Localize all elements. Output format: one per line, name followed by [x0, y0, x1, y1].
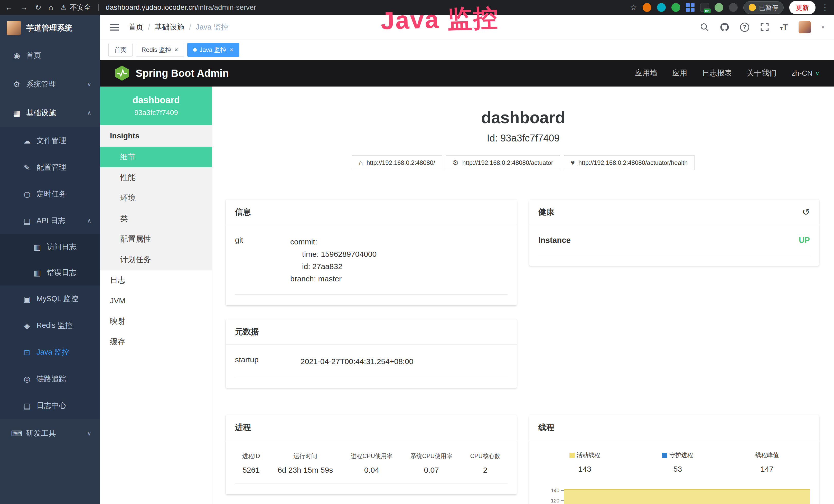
- breadcrumb-home[interactable]: 首页: [128, 22, 143, 32]
- sidebar-item-api-log[interactable]: ▤API 日志∧: [0, 207, 100, 234]
- tab-java-monitor[interactable]: Java 监控×: [187, 43, 239, 57]
- history-icon[interactable]: ↺: [802, 207, 810, 217]
- menu-item-jvm[interactable]: JVM: [100, 290, 212, 311]
- breadcrumb: 首页 / 基础设施 / Java 监控: [128, 22, 228, 32]
- extension-icon[interactable]: [715, 3, 723, 12]
- actuator-url-button[interactable]: ⚙http://192.168.0.2:48080/actuator: [446, 155, 560, 170]
- close-icon[interactable]: ×: [229, 46, 234, 53]
- chevron-down-icon[interactable]: ▾: [822, 24, 824, 30]
- extension-icon[interactable]: [672, 3, 680, 12]
- font-size-icon[interactable]: тT: [780, 23, 788, 32]
- update-button[interactable]: 更新: [789, 1, 815, 14]
- sidebar-item-mysql[interactable]: ▣MySQL 监控: [0, 285, 100, 312]
- sidebar-item-config[interactable]: ✎配置管理: [0, 154, 100, 181]
- sidebar-item-label: 研发工具: [26, 428, 56, 438]
- sidebar-item-trace[interactable]: ◎链路追踪: [0, 366, 100, 392]
- tab-label: Redis 监控: [141, 46, 171, 54]
- process-stat: 系统CPU使用率0.07: [411, 452, 453, 475]
- sidebar-item-devtools[interactable]: ⌨研发工具∨: [0, 419, 100, 448]
- menu-item-scheduled-tasks[interactable]: 计划任务: [100, 249, 212, 270]
- paused-label: 已暂停: [759, 3, 778, 12]
- sidebar-item-label: Java 监控: [37, 347, 69, 358]
- chart-plot-area: [564, 485, 810, 504]
- github-icon[interactable]: [720, 23, 729, 32]
- avatar[interactable]: [798, 21, 811, 33]
- search-icon[interactable]: [700, 23, 709, 32]
- sba-brand[interactable]: Spring Boot Admin: [114, 65, 229, 81]
- tab-label: 首页: [114, 46, 127, 54]
- card-title: 健康: [539, 207, 554, 217]
- paused-badge[interactable]: 已暂停: [743, 1, 784, 14]
- sidebar-item-infra[interactable]: ▦基础设施∧: [0, 98, 100, 127]
- menu-item-mappings[interactable]: 映射: [100, 311, 212, 331]
- stat-label: 系统CPU使用率: [411, 452, 453, 460]
- menu-item-caches[interactable]: 缓存: [100, 331, 212, 352]
- refresh-icon[interactable]: ↻: [35, 4, 41, 11]
- menu-item-environment[interactable]: 环境: [100, 188, 212, 208]
- sidebar-item-label: 基础设施: [26, 108, 56, 118]
- address-url[interactable]: dashboard.yudao.iocoder.cn/infra/admin-s…: [106, 3, 256, 12]
- log-icon: ▥: [31, 243, 43, 252]
- sba-nav-wall[interactable]: 应用墙: [635, 68, 657, 78]
- sidebar-item-redis[interactable]: ◈Redis 监控: [0, 312, 100, 339]
- legend-label: 线程峰值: [755, 451, 779, 459]
- tab-home[interactable]: 首页: [108, 43, 133, 57]
- language-label: zh-CN: [791, 69, 812, 77]
- health-url-button[interactable]: ♥http://192.168.0.2:48080/actuator/healt…: [564, 155, 695, 170]
- menu-item-config-props[interactable]: 配置属性: [100, 229, 212, 249]
- paused-emoji-icon: [749, 4, 756, 11]
- sba-nav: 应用墙 应用 日志报表 关于我们 zh-CN∨: [635, 68, 820, 78]
- menu-item-performance[interactable]: 性能: [100, 167, 212, 188]
- sidebar-item-files[interactable]: ☁文件管理: [0, 127, 100, 154]
- sidebar-item-system[interactable]: ⚙系统管理∨: [0, 70, 100, 98]
- instance-header[interactable]: dashboard 93a3fc7f7409: [100, 87, 212, 125]
- y-tick: 120: [539, 496, 564, 504]
- forward-icon[interactable]: →: [20, 4, 28, 11]
- health-card: 健康 ↺ Instance UP: [529, 200, 819, 266]
- chrome-menu-icon[interactable]: ⋮: [821, 4, 829, 11]
- home-icon[interactable]: ⌂: [48, 4, 53, 11]
- sidebar-collapse-icon[interactable]: [110, 24, 119, 30]
- sidebar-item-label: 配置管理: [37, 162, 66, 173]
- app-sidebar: 芋道管理系统 ◉首页 ⚙系统管理∨ ▦基础设施∧ ☁文件管理 ✎配置管理 ◷定时…: [0, 15, 100, 504]
- sba-nav-journal[interactable]: 日志报表: [702, 68, 732, 78]
- page-title: dashboard: [213, 108, 834, 127]
- service-url-button[interactable]: ⌂http://192.168.0.2:48080/: [352, 155, 442, 170]
- spring-boot-logo-icon: [114, 65, 129, 81]
- security-label[interactable]: 不安全: [70, 3, 91, 12]
- sidebar-item-jobs[interactable]: ◷定时任务: [0, 181, 100, 207]
- extension-icon[interactable]: [643, 3, 651, 12]
- extension-icon[interactable]: [729, 3, 738, 12]
- sidebar-item-java-monitor[interactable]: ⊡Java 监控: [0, 339, 100, 366]
- extension-icon[interactable]: [657, 3, 666, 12]
- help-icon[interactable]: ?: [740, 23, 749, 32]
- security-warning-icon[interactable]: ⚠: [60, 4, 66, 12]
- sidebar-item-label: MySQL 监控: [37, 294, 78, 304]
- info-git-row: git commit: time: 1596289704000 id: 27aa…: [235, 236, 507, 295]
- health-instance-row: Instance UP: [539, 236, 810, 255]
- sidebar-item-access-log[interactable]: ▥访问日志: [0, 234, 100, 260]
- sidebar-item-home[interactable]: ◉首页: [0, 41, 100, 70]
- extension-icon[interactable]: on: [700, 3, 709, 12]
- sidebar-item-label: 访问日志: [47, 242, 76, 252]
- sidebar-item-error-log[interactable]: ▥错误日志: [0, 260, 100, 285]
- tab-bar: 首页 Redis 监控× Java 监控×: [100, 40, 834, 60]
- card-title: 元数据: [235, 326, 259, 337]
- menu-item-details[interactable]: 细节: [100, 146, 212, 167]
- menu-item-logs[interactable]: 日志: [100, 270, 212, 290]
- bookmark-star-icon[interactable]: ☆: [630, 4, 637, 11]
- tab-redis-monitor[interactable]: Redis 监控×: [136, 43, 184, 57]
- process-stat: 进程CPU使用率0.04: [351, 452, 393, 475]
- sidebar-item-label: 定时任务: [37, 189, 66, 199]
- sidebar-item-log-center[interactable]: ▤日志中心: [0, 392, 100, 419]
- extension-grid-icon[interactable]: [686, 3, 695, 12]
- breadcrumb-infra[interactable]: 基础设施: [155, 22, 184, 32]
- back-icon[interactable]: ←: [5, 4, 13, 11]
- close-icon[interactable]: ×: [174, 46, 178, 53]
- menu-item-classes[interactable]: 类: [100, 208, 212, 229]
- fullscreen-icon[interactable]: [760, 23, 769, 32]
- sba-nav-about[interactable]: 关于我们: [747, 68, 776, 78]
- sba-nav-applications[interactable]: 应用: [672, 68, 687, 78]
- language-selector[interactable]: zh-CN∨: [791, 69, 820, 77]
- card-title: 进程: [235, 422, 251, 433]
